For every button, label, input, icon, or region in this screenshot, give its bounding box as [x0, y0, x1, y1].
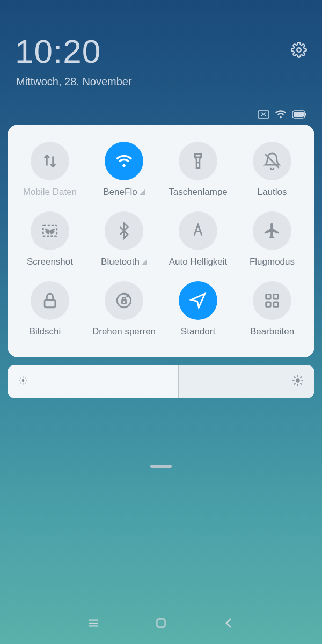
airplane-icon[interactable]: [253, 211, 291, 250]
navigation-bar: [0, 616, 322, 632]
mobile-data-icon[interactable]: [31, 142, 69, 180]
tile-location[interactable]: Standort: [161, 277, 235, 347]
tile-label: Flugmodus: [250, 257, 295, 267]
tile-flashlight[interactable]: Taschenlampe: [161, 137, 235, 207]
tile-label: Mobile Daten: [23, 187, 77, 197]
svg-line-27: [20, 383, 21, 384]
svg-rect-13: [45, 300, 55, 308]
auto-bright-icon[interactable]: [179, 211, 217, 250]
tile-edit[interactable]: Bearbeiten: [235, 277, 309, 347]
tile-label: Bildschi: [30, 326, 61, 337]
svg-rect-18: [266, 302, 271, 307]
brightness-high-icon: [292, 375, 304, 389]
tile-mute[interactable]: Lautlos: [235, 137, 309, 207]
tile-label: Bearbeiten: [250, 326, 294, 337]
svg-line-35: [301, 383, 302, 385]
tile-label: Screenshot: [27, 257, 73, 267]
quick-settings-panel: Mobile DatenBeneFloTaschenlampeLautlosSc…: [8, 125, 314, 357]
lock-icon[interactable]: [31, 281, 69, 320]
svg-rect-8: [43, 225, 57, 236]
svg-point-20: [22, 379, 25, 382]
edit-icon[interactable]: [253, 281, 291, 320]
svg-rect-3: [294, 112, 304, 117]
flashlight-icon[interactable]: [179, 142, 217, 180]
tile-label: Standort: [181, 326, 215, 337]
home-button[interactable]: [154, 616, 168, 632]
tile-bluetooth[interactable]: Bluetooth: [87, 207, 161, 277]
battery-status-icon: [292, 110, 307, 119]
tile-label: Drehen sperren: [92, 326, 156, 337]
brightness-slider[interactable]: [8, 365, 314, 398]
svg-point-0: [297, 48, 301, 52]
clock-time: 10:20: [15, 32, 101, 70]
svg-rect-17: [274, 295, 278, 299]
tile-lock[interactable]: Bildschi: [13, 277, 87, 347]
tile-screenshot[interactable]: Screenshot: [13, 207, 87, 277]
svg-rect-41: [157, 619, 165, 627]
tile-auto-bright[interactable]: Auto Helligkeit: [161, 207, 235, 277]
signal-indicator-icon: [140, 189, 145, 195]
svg-line-36: [294, 383, 296, 385]
tile-label: Bluetooth: [101, 257, 140, 267]
svg-rect-16: [266, 295, 271, 299]
status-icons: [0, 109, 322, 119]
tile-rotate-lock[interactable]: Drehen sperren: [87, 277, 161, 347]
tile-mobile-data[interactable]: Mobile Daten: [13, 137, 87, 207]
tile-label: Auto Helligkeit: [169, 257, 228, 267]
tile-label: BeneFlo: [103, 187, 137, 197]
svg-line-37: [301, 377, 302, 378]
bluetooth-icon[interactable]: [105, 211, 143, 250]
svg-rect-4: [305, 113, 306, 116]
svg-rect-19: [274, 302, 278, 307]
tile-airplane[interactable]: Flugmodus: [235, 207, 309, 277]
sim-off-icon: [258, 110, 269, 119]
tile-wifi[interactable]: BeneFlo: [87, 137, 161, 207]
drag-handle[interactable]: [150, 465, 172, 468]
svg-point-29: [296, 378, 299, 382]
date-label: Mittwoch, 28. November: [0, 76, 322, 88]
svg-rect-15: [122, 300, 126, 304]
tile-label: Taschenlampe: [169, 187, 228, 197]
svg-line-34: [294, 377, 296, 378]
svg-line-25: [20, 378, 21, 379]
location-icon[interactable]: [179, 281, 217, 320]
back-button[interactable]: [222, 616, 236, 632]
svg-line-26: [25, 383, 26, 384]
wifi-icon[interactable]: [105, 142, 143, 180]
settings-gear-icon[interactable]: [291, 42, 307, 60]
rotate-lock-icon[interactable]: [105, 281, 143, 320]
signal-indicator-icon: [142, 259, 147, 265]
svg-line-28: [25, 378, 26, 379]
brightness-low-icon: [18, 376, 28, 387]
wifi-status-icon: [275, 109, 287, 119]
recent-apps-button[interactable]: [86, 616, 100, 632]
screenshot-icon[interactable]: [31, 211, 69, 250]
mute-icon[interactable]: [253, 142, 291, 180]
tile-label: Lautlos: [258, 187, 287, 197]
